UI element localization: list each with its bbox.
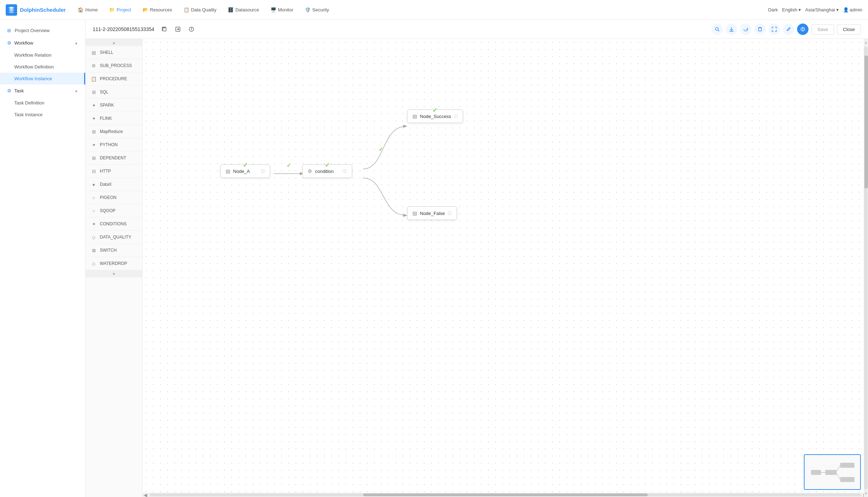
task-item-flink[interactable]: ✦ FLINK <box>86 112 142 125</box>
region-selector[interactable]: Asia/Shanghai ▾ <box>805 7 839 12</box>
sidebar-item-workflow-instance[interactable]: Workflow Instance <box>0 73 85 84</box>
resources-icon: 📂 <box>143 7 148 12</box>
task-item-spark[interactable]: ✦ SPARK <box>86 99 142 112</box>
node-success-icon: ▤ <box>412 113 417 119</box>
close-button[interactable]: Close <box>837 24 861 35</box>
home-icon: 🏠 <box>78 7 83 12</box>
nav-project[interactable]: 📁 Project <box>104 5 136 15</box>
node-false[interactable]: ▤ Node_False ⓘ <box>407 206 457 220</box>
download-button[interactable] <box>726 24 737 35</box>
node-a-success-badge: ✓ <box>243 161 248 169</box>
nav-monitor[interactable]: 🖥️ Monitor <box>266 5 298 15</box>
canvas-wrapper: ▲ ▤ SHELL ⚙ SUB_PROCESS 📋 PROCEDURE ⊞ SQ… <box>86 39 868 497</box>
waterdrop-icon: ◇ <box>91 260 97 267</box>
svg-text:✓: ✓ <box>287 162 291 168</box>
node-false-icon: ▤ <box>412 210 417 216</box>
task-panel-scroll-down[interactable]: ▼ <box>86 270 142 277</box>
project-overview-icon: ⊞ <box>7 28 11 33</box>
condition-node[interactable]: ⚙ condition ⓘ ✓ <box>302 164 352 178</box>
fullscreen-button[interactable] <box>769 24 780 35</box>
node-success-badge: ✓ <box>432 106 438 114</box>
top-navigation: DolphinScheduler 🏠 Home 📁 Project 📂 Reso… <box>0 0 868 20</box>
node-success[interactable]: ▤ Node_Success ⓘ ✓ <box>407 109 463 123</box>
http-icon: ⊟ <box>91 168 97 174</box>
vertical-scrollbar[interactable]: ▲ ▼ <box>864 39 868 497</box>
security-icon: 🛡️ <box>305 7 310 12</box>
hscroll-thumb[interactable] <box>363 493 648 496</box>
task-item-procedure[interactable]: 📋 PROCEDURE <box>86 72 142 86</box>
node-success-info-icon[interactable]: ⓘ <box>454 114 458 119</box>
condition-label: condition <box>315 169 340 174</box>
data-quality-icon: ◇ <box>91 234 97 240</box>
sidebar-item-task-definition[interactable]: Task Definition <box>0 97 85 109</box>
nav-resources[interactable]: 📂 Resources <box>138 5 177 15</box>
dependent-icon: ⊞ <box>91 155 97 161</box>
toolbar-right: Save Close <box>712 24 861 35</box>
svg-point-5 <box>191 28 191 29</box>
task-item-sql[interactable]: ⊞ SQL <box>86 86 142 99</box>
zoom-search-button[interactable] <box>712 24 723 35</box>
save-button[interactable]: Save <box>811 24 834 35</box>
hscroll-track <box>150 493 861 496</box>
dag-toolbar: 111-2-20220508155133354 <box>86 20 868 39</box>
task-section-icon: ⚙ <box>7 88 11 93</box>
workflow-section-icon: ⚙ <box>7 40 11 46</box>
export-button[interactable] <box>173 24 183 34</box>
task-item-dependent[interactable]: ⊞ DEPENDENT <box>86 152 142 165</box>
task-item-waterdrop[interactable]: ◇ WATERDROP <box>86 257 142 270</box>
copy-button[interactable] <box>159 24 169 34</box>
task-item-python[interactable]: ✦ PYTHON <box>86 138 142 152</box>
logo-icon <box>6 4 17 16</box>
sidebar-item-workflow-relation[interactable]: Workflow Relation <box>0 49 85 61</box>
task-item-sub-process[interactable]: ⚙ SUB_PROCESS <box>86 59 142 72</box>
sidebar-item-task-instance[interactable]: Task Instance <box>0 109 85 121</box>
datasource-icon: 🗄️ <box>228 7 233 12</box>
sidebar-item-workflow-definition[interactable]: Workflow Definition <box>0 61 85 73</box>
nav-home[interactable]: 🏠 Home <box>73 5 103 15</box>
dag-info-button[interactable] <box>797 24 808 35</box>
theme-toggle[interactable]: Dark <box>768 7 778 12</box>
task-item-http[interactable]: ⊟ HTTP <box>86 165 142 178</box>
horizontal-scrollbar[interactable]: ◀ ▶ <box>143 493 868 497</box>
node-false-info-icon[interactable]: ⓘ <box>448 211 452 216</box>
conditions-icon: ✦ <box>91 221 97 227</box>
data-quality-icon: 📋 <box>184 7 189 12</box>
nav-security[interactable]: 🛡️ Security <box>300 5 334 15</box>
task-item-data-quality[interactable]: ◇ DATA_QUALITY <box>86 231 142 244</box>
workflow-id: 111-2-20220508155133354 <box>93 26 154 32</box>
sub-process-icon: ⚙ <box>91 62 97 69</box>
svg-line-7 <box>718 30 719 31</box>
task-panel-scroll-up[interactable]: ▲ <box>86 39 142 46</box>
nav-datasource[interactable]: 🗄️ Datasource <box>223 5 264 15</box>
task-item-switch[interactable]: ⊠ SWITCH <box>86 244 142 257</box>
node-a[interactable]: ▤ Node_A ⓘ ✓ <box>220 164 270 178</box>
user-icon: 👤 <box>843 7 849 12</box>
refresh-button[interactable] <box>740 24 751 35</box>
language-selector[interactable]: English ▾ <box>782 7 801 12</box>
sidebar-item-project-overview[interactable]: ⊞ Project Overview <box>0 24 85 37</box>
info-button[interactable] <box>186 24 196 34</box>
task-item-conditions[interactable]: ✦ CONDITIONS <box>86 217 142 231</box>
svg-line-19 <box>837 465 840 471</box>
nav-data-quality[interactable]: 📋 Data Quality <box>179 5 222 15</box>
sidebar-section-task[interactable]: ⚙ Task ▲ <box>0 84 85 97</box>
task-item-mapreduce[interactable]: ⊞ MapReduce <box>86 125 142 138</box>
edit-button[interactable] <box>783 24 794 35</box>
logo: DolphinScheduler <box>6 4 66 16</box>
sidebar-section-workflow[interactable]: ⚙ Workflow ▲ <box>0 37 85 49</box>
task-item-sqoop[interactable]: ○ SQOOP <box>86 204 142 217</box>
task-item-pigeon[interactable]: ○ PIGEON <box>86 191 142 204</box>
task-item-datax[interactable]: ● DataX <box>86 178 142 191</box>
svg-point-13 <box>803 28 803 29</box>
procedure-icon: 📋 <box>91 76 97 82</box>
vscroll-thumb[interactable] <box>864 56 868 188</box>
delete-button[interactable] <box>754 24 766 35</box>
dag-canvas[interactable]: ✓ ✓ ▤ Node_A ⓘ ✓ ⚙ condition ⓘ ✓ <box>143 39 868 497</box>
node-a-info-icon[interactable]: ⓘ <box>261 169 265 174</box>
user-menu[interactable]: 👤 admin <box>843 7 862 12</box>
condition-info-icon[interactable]: ⓘ <box>343 169 347 174</box>
node-a-label: Node_A <box>233 169 258 174</box>
shell-icon: ▤ <box>91 49 97 56</box>
task-item-shell[interactable]: ▤ SHELL <box>86 46 142 59</box>
condition-success-badge: ✓ <box>325 161 330 169</box>
